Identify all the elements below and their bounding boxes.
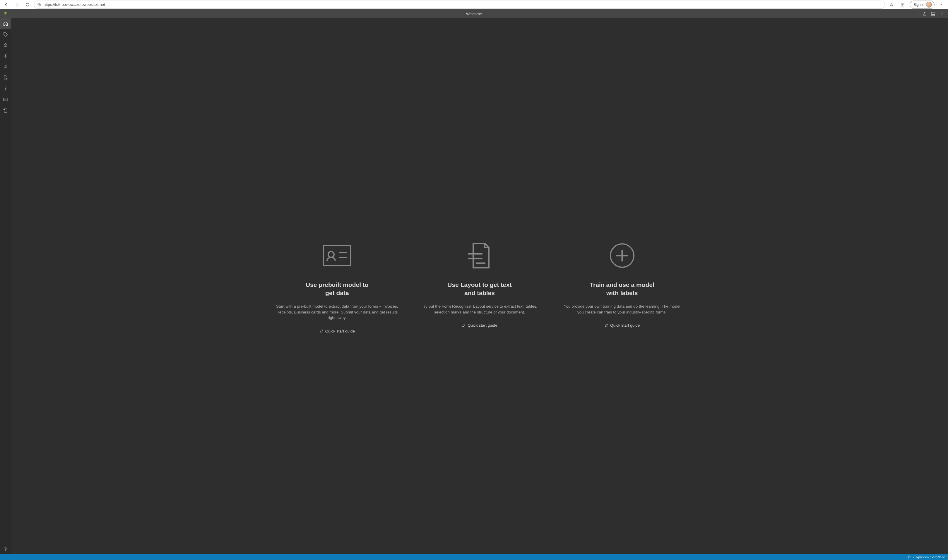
branch-icon (907, 555, 911, 559)
app-logo[interactable] (0, 9, 11, 18)
sidebar-item-connection[interactable] (0, 83, 11, 94)
favorite-button[interactable] (888, 1, 896, 9)
url-text: https://fott-peview.azurewebsites.net (44, 2, 882, 7)
share-icon[interactable] (923, 12, 927, 16)
card-description: You provide your own training data and d… (560, 303, 684, 315)
svg-point-3 (941, 5, 942, 5)
browser-toolbar: https://fott-peview.azurewebsites.net Si… (0, 0, 948, 9)
svg-point-23 (908, 556, 909, 557)
id-card-icon (275, 238, 398, 273)
svg-rect-13 (324, 246, 350, 266)
sidebar-item-document[interactable] (0, 72, 11, 83)
sidebar (0, 18, 11, 554)
sidebar-item-model[interactable] (0, 40, 11, 51)
quick-start-link[interactable]: Quick start guide (320, 329, 355, 333)
avatar (926, 2, 932, 8)
svg-point-14 (328, 251, 334, 257)
sidebar-item-tag[interactable] (0, 29, 11, 40)
page-title: Welcome (466, 12, 482, 16)
sidebar-item-compose[interactable] (0, 51, 11, 62)
rocket-icon (320, 329, 324, 333)
sidebar-item-form[interactable] (0, 105, 11, 115)
quick-start-link[interactable]: Quick start guide (462, 323, 497, 328)
card-description: Start with a pre-built model to extract … (275, 303, 398, 321)
sidebar-item-analyze[interactable] (0, 62, 11, 72)
main-content: Use prebuilt model to get data Start wit… (11, 18, 948, 554)
refresh-button[interactable] (23, 1, 32, 9)
quick-start-link[interactable]: Quick start guide (604, 323, 640, 328)
card-prebuilt: Use prebuilt model to get data Start wit… (275, 238, 398, 335)
help-icon[interactable] (940, 12, 944, 16)
collections-button[interactable] (899, 1, 907, 9)
card-train: Train and use a model with labels You pr… (560, 238, 684, 335)
forward-button[interactable] (13, 1, 21, 9)
sidebar-item-id[interactable] (0, 94, 11, 105)
version-text: 2.1-preview.1-ca59cee (912, 555, 945, 559)
signin-button[interactable]: Sign in (909, 1, 934, 9)
back-button[interactable] (2, 1, 11, 9)
plus-circle-icon (560, 238, 684, 273)
document-layout-icon (418, 238, 541, 273)
signin-label: Sign in (914, 3, 924, 7)
svg-rect-5 (932, 12, 935, 15)
panel-icon[interactable] (931, 12, 936, 16)
svg-point-8 (5, 65, 6, 67)
svg-point-12 (5, 548, 6, 549)
svg-point-24 (908, 558, 909, 558)
svg-point-2 (940, 5, 940, 5)
app-header: Welcome (0, 9, 948, 18)
svg-point-11 (5, 99, 6, 100)
card-title: Use Layout to get text and tables (418, 281, 541, 297)
status-bar: 2.1-preview.1-ca59cee (0, 554, 948, 560)
svg-point-4 (943, 5, 943, 5)
globe-icon (37, 3, 41, 7)
more-button[interactable] (937, 1, 946, 9)
card-title: Use prebuilt model to get data (275, 281, 398, 297)
svg-point-7 (5, 33, 5, 34)
svg-point-25 (909, 556, 911, 557)
sidebar-item-home[interactable] (0, 18, 11, 29)
card-title: Train and use a model with labels (560, 281, 684, 297)
card-layout: Use Layout to get text and tables Try ou… (418, 238, 541, 335)
svg-point-9 (6, 78, 7, 80)
rocket-icon (604, 323, 608, 328)
card-description: Try out the Form Recognizer Layout servi… (418, 303, 541, 315)
rocket-icon (462, 323, 466, 328)
address-bar[interactable]: https://fott-peview.azurewebsites.net (34, 1, 885, 9)
sidebar-item-settings[interactable] (0, 543, 11, 554)
